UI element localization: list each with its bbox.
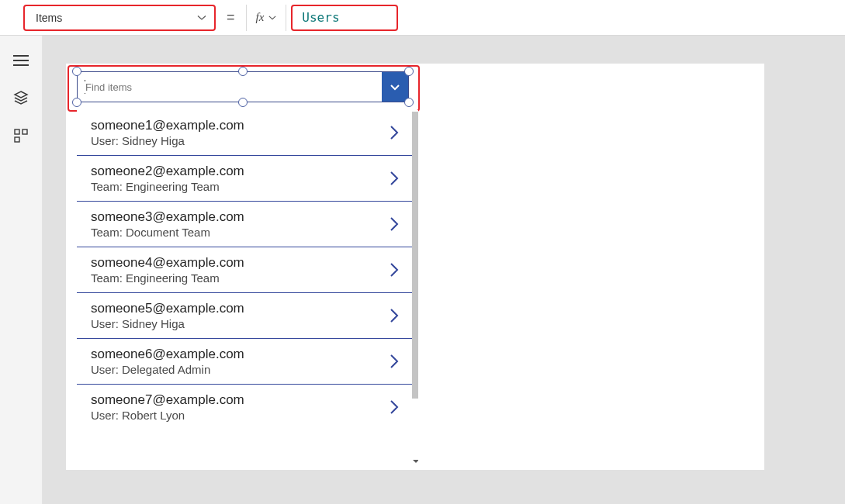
row-secondary: User: Sidney Higa bbox=[91, 134, 244, 147]
row-secondary: User: Robert Lyon bbox=[91, 409, 244, 422]
gallery-control[interactable]: someone1@example.comUser: Sidney Higasom… bbox=[77, 110, 418, 470]
scrollbar[interactable] bbox=[412, 112, 418, 399]
chevron-right-icon[interactable] bbox=[389, 353, 414, 370]
row-secondary: Team: Engineering Team bbox=[91, 271, 244, 285]
resize-handle[interactable] bbox=[72, 67, 81, 76]
formula-input[interactable]: Users bbox=[291, 5, 398, 31]
components-icon[interactable] bbox=[14, 129, 28, 143]
tree-icon[interactable] bbox=[13, 54, 29, 67]
chevron-down-icon bbox=[197, 13, 206, 22]
property-dropdown[interactable]: Items bbox=[23, 5, 216, 31]
resize-handle[interactable] bbox=[238, 98, 248, 107]
chevron-right-icon[interactable] bbox=[389, 307, 414, 324]
combobox-chevron-icon[interactable] bbox=[382, 72, 408, 102]
formula-bar: Items = fx Users bbox=[0, 0, 845, 36]
svg-rect-4 bbox=[23, 129, 27, 134]
chevron-right-icon[interactable] bbox=[389, 261, 414, 278]
resize-handle[interactable] bbox=[238, 67, 248, 76]
gallery-row[interactable]: someone4@example.comTeam: Engineering Te… bbox=[77, 247, 418, 293]
canvas-stage: someone1@example.comUser: Sidney Higasom… bbox=[43, 36, 845, 504]
chevron-right-icon[interactable] bbox=[389, 170, 414, 187]
gallery-row[interactable]: someone6@example.comUser: Delegated Admi… bbox=[77, 339, 418, 385]
row-secondary: User: Delegated Admin bbox=[91, 363, 244, 376]
resize-handle[interactable] bbox=[404, 67, 414, 76]
app-canvas[interactable]: someone1@example.comUser: Sidney Higasom… bbox=[66, 64, 764, 470]
fx-label: fx bbox=[256, 11, 265, 24]
chevron-right-icon[interactable] bbox=[389, 124, 414, 141]
row-primary: someone1@example.com bbox=[91, 118, 244, 133]
row-secondary: Team: Document Team bbox=[91, 226, 244, 239]
chevron-right-icon[interactable] bbox=[389, 399, 414, 416]
chevron-right-icon[interactable] bbox=[389, 216, 414, 233]
resize-handle[interactable] bbox=[72, 98, 81, 107]
fx-button[interactable]: fx bbox=[246, 5, 287, 31]
gallery-row[interactable]: someone1@example.comUser: Sidney Higa bbox=[77, 110, 418, 156]
gallery-row[interactable]: someone7@example.comUser: Robert Lyon bbox=[77, 385, 418, 430]
scroll-down-icon[interactable] bbox=[412, 457, 418, 465]
row-secondary: Team: Engineering Team bbox=[91, 180, 244, 193]
row-primary: someone4@example.com bbox=[91, 255, 244, 271]
left-rail bbox=[0, 36, 43, 504]
svg-rect-3 bbox=[15, 129, 19, 134]
layers-icon[interactable] bbox=[13, 90, 29, 105]
resize-handle[interactable] bbox=[404, 98, 414, 107]
svg-rect-5 bbox=[15, 137, 19, 142]
formula-value: Users bbox=[302, 10, 339, 25]
gallery-row[interactable]: someone2@example.comTeam: Engineering Te… bbox=[77, 156, 418, 202]
gallery-row[interactable]: someone5@example.comUser: Sidney Higa bbox=[77, 293, 418, 339]
row-secondary: User: Sidney Higa bbox=[91, 317, 244, 330]
row-primary: someone7@example.com bbox=[91, 392, 244, 408]
row-primary: someone6@example.com bbox=[91, 347, 244, 362]
combobox-input[interactable] bbox=[78, 81, 382, 93]
gallery-row[interactable]: someone3@example.comTeam: Document Team bbox=[77, 202, 418, 247]
chevron-down-icon bbox=[268, 14, 276, 22]
row-primary: someone3@example.com bbox=[91, 209, 244, 225]
property-label: Items bbox=[36, 12, 62, 24]
row-primary: someone2@example.com bbox=[91, 164, 244, 179]
equals-sign: = bbox=[216, 9, 246, 26]
row-primary: someone5@example.com bbox=[91, 301, 244, 316]
